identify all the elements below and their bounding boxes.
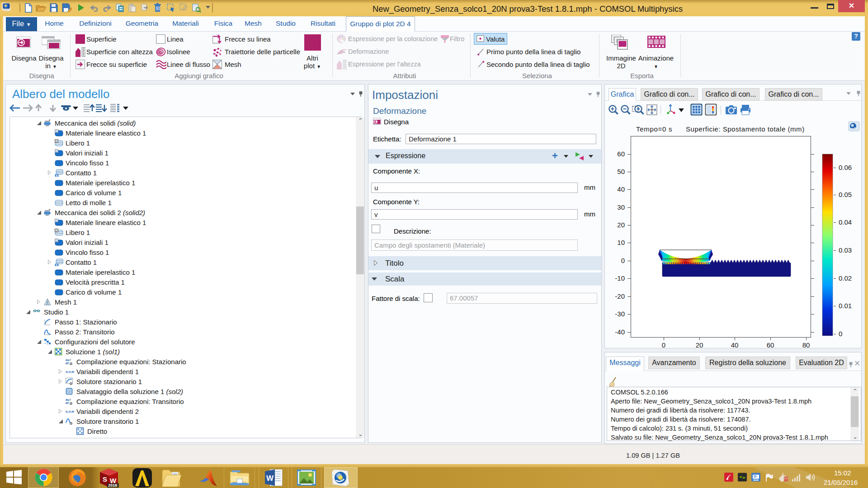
svg-text:-10: -10 xyxy=(615,274,625,282)
svg-text:Tempo=0 s: Tempo=0 s xyxy=(636,125,672,133)
svg-text:60: 60 xyxy=(767,341,774,348)
svg-text:50: 50 xyxy=(617,168,625,175)
svg-text:S: S xyxy=(103,475,107,483)
svg-text:0: 0 xyxy=(662,341,665,348)
svg-text:0: 0 xyxy=(621,257,625,264)
svg-text:W: W xyxy=(266,474,274,483)
svg-text:20: 20 xyxy=(617,221,625,229)
svg-text:40: 40 xyxy=(617,185,625,193)
svg-text:60: 60 xyxy=(617,150,625,158)
svg-text:0.01: 0.01 xyxy=(839,302,852,310)
svg-text:40: 40 xyxy=(731,341,739,348)
svg-text:0: 0 xyxy=(839,330,842,338)
svg-text:0.06: 0.06 xyxy=(839,164,852,171)
svg-text:80: 80 xyxy=(802,341,810,348)
svg-text:20: 20 xyxy=(696,341,703,348)
svg-text:-40: -40 xyxy=(615,328,625,336)
svg-text:10: 10 xyxy=(617,239,625,246)
svg-text:30: 30 xyxy=(617,203,625,211)
svg-text:0.02: 0.02 xyxy=(839,274,852,282)
svg-text:-30: -30 xyxy=(615,310,625,318)
svg-text:0.03: 0.03 xyxy=(839,246,852,254)
svg-text:2016: 2016 xyxy=(108,483,117,488)
svg-text:0.05: 0.05 xyxy=(839,191,852,198)
svg-text:Superficie: Spostamento totale: Superficie: Spostamento totale (mm) xyxy=(686,125,805,133)
svg-text:-20: -20 xyxy=(615,292,625,300)
svg-text:0.04: 0.04 xyxy=(839,218,852,226)
